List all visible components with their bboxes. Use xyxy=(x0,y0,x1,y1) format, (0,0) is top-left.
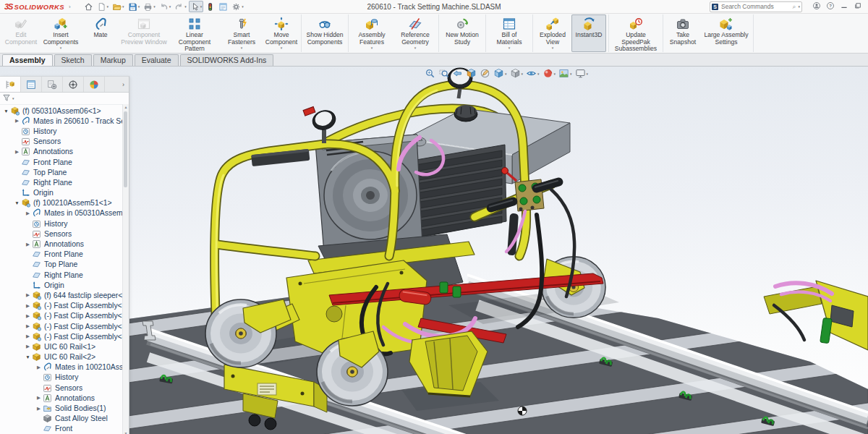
speedpak-button[interactable]: Update SpeedPak Subassemblies xyxy=(611,14,660,52)
zoom-to-fit-button[interactable] xyxy=(424,67,436,80)
tree-item[interactable]: ▶(-) Fast Clip Assembly<4> xyxy=(0,331,123,341)
tree-item[interactable]: ▶Mates in 260610 - Track Setting Ma xyxy=(0,116,123,126)
insert-components-button[interactable]: Insert Components▾ xyxy=(40,14,82,52)
tree-expander-collapsed-icon[interactable]: ▶ xyxy=(25,313,31,319)
tree-item[interactable]: ▶Annotations xyxy=(0,239,123,249)
tree-item[interactable]: Top Plane xyxy=(0,167,123,177)
tree-item[interactable]: History xyxy=(0,218,123,229)
tree-expander-collapsed-icon[interactable]: ▶ xyxy=(25,344,31,349)
tree-expander-collapsed-icon[interactable]: ▶ xyxy=(25,242,31,247)
search-commands-box[interactable]: S ⌕ ▾ xyxy=(710,1,802,12)
tree-item[interactable]: Right Plane xyxy=(0,177,123,187)
options-gear-button[interactable]: ▾ xyxy=(230,1,245,12)
tree-item[interactable]: ▶(-) Fast Clip Assembly<2> xyxy=(0,311,123,321)
tree-item[interactable]: ▼(f) 050310Assem06<1> xyxy=(0,106,123,116)
reference-geometry-button[interactable]: Reference Geometry▾ xyxy=(394,14,436,52)
instant3d-button[interactable]: Instant3D xyxy=(571,14,606,52)
dropdown-caret-icon[interactable]: ▾ xyxy=(522,72,524,76)
tree-item[interactable]: ▶Annotations xyxy=(0,147,123,157)
edit-appearance-button[interactable]: ▾ xyxy=(542,67,557,80)
search-scope-icon[interactable]: S xyxy=(712,4,718,10)
view-orientation-button[interactable]: ▾ xyxy=(493,67,508,80)
tree-scrollbar[interactable]: ▲ ▼ xyxy=(122,104,129,434)
tree-expander-collapsed-icon[interactable]: ▶ xyxy=(14,149,20,155)
help-button[interactable]: ? xyxy=(826,1,835,10)
dropdown-caret-icon[interactable]: ▾ xyxy=(60,46,62,50)
tree-expander-collapsed-icon[interactable]: ▶ xyxy=(25,292,31,298)
tree-expander-expanded-icon[interactable]: ▼ xyxy=(25,354,31,359)
restore-button[interactable] xyxy=(854,1,862,10)
motion-study-button[interactable]: New Motion Study xyxy=(441,14,483,52)
tree-item[interactable]: Front Plane xyxy=(0,250,123,260)
tree-item[interactable]: ▶Annotations xyxy=(0,393,123,403)
dropdown-caret-icon[interactable]: ▾ xyxy=(107,4,109,9)
tree-item[interactable]: History xyxy=(0,126,123,136)
panel-flyout-arrow[interactable]: › xyxy=(118,77,129,92)
filter-caret-icon[interactable]: ▾ xyxy=(12,96,14,101)
dropdown-caret-icon[interactable]: ▾ xyxy=(414,46,417,50)
tab-sketch[interactable]: Sketch xyxy=(54,54,92,66)
apply-scene-button[interactable]: ▾ xyxy=(558,67,573,80)
move-component-button[interactable]: Move Component▾ xyxy=(264,14,299,52)
dropdown-caret-icon[interactable]: ▾ xyxy=(570,72,572,76)
dropdown-caret-icon[interactable]: ▾ xyxy=(184,4,187,9)
dropdown-caret-icon[interactable]: ▾ xyxy=(153,4,156,9)
tree-expander-collapsed-icon[interactable]: ▶ xyxy=(25,210,31,216)
save-button[interactable]: ▾ xyxy=(127,1,142,12)
3d-model-canvas[interactable] xyxy=(0,67,868,434)
tree-expander-collapsed-icon[interactable]: ▶ xyxy=(14,118,20,124)
exploded-view-button[interactable]: Exploded View▾ xyxy=(535,14,570,52)
panel-tab-propertymanager[interactable] xyxy=(21,77,42,92)
menu-flyout-icon[interactable]: › xyxy=(69,4,71,10)
tree-expander-collapsed-icon[interactable]: ▶ xyxy=(25,333,31,339)
linear-pattern-button[interactable]: Linear Component Pattern▾ xyxy=(170,14,219,52)
tab-evaluate[interactable]: Evaluate xyxy=(135,54,179,66)
home-button[interactable] xyxy=(82,1,95,12)
tree-item[interactable]: ▶UIC 60 Rail<1> xyxy=(0,341,123,352)
tree-item[interactable]: ▼UIC 60 Rail<2> xyxy=(0,352,123,362)
tree-expander-collapsed-icon[interactable]: ▶ xyxy=(25,323,31,329)
assembly-features-button[interactable]: Assembly Features▾ xyxy=(351,14,393,52)
show-hidden-button[interactable]: Show Hidden Components xyxy=(304,14,346,52)
dropdown-caret-icon[interactable]: ▾ xyxy=(554,72,556,76)
tree-expander-collapsed-icon[interactable]: ▶ xyxy=(35,365,42,370)
view-settings-button[interactable]: ▾ xyxy=(574,67,590,80)
dropdown-caret-icon[interactable]: ▾ xyxy=(537,72,540,76)
tree-item[interactable]: ▶(-) Fast Clip Assembly<3> xyxy=(0,321,123,331)
tree-item[interactable]: Origin xyxy=(0,188,123,198)
tree-item[interactable]: ▶Mates in 100210Assem51 xyxy=(0,362,123,373)
tree-expander-expanded-icon[interactable]: ▼ xyxy=(14,200,20,205)
tree-item[interactable]: Front xyxy=(0,424,123,434)
search-input[interactable] xyxy=(720,2,791,11)
new-document-button[interactable]: ▾ xyxy=(95,1,111,12)
hide-show-items-button[interactable]: ▾ xyxy=(525,67,540,80)
tab-solidworks-add-ins[interactable]: SOLIDWORKS Add-Ins xyxy=(180,54,274,66)
dropdown-caret-icon[interactable]: ▾ xyxy=(138,4,140,9)
dropdown-caret-icon[interactable]: ▾ xyxy=(242,4,244,9)
tree-item[interactable]: ▶Solid Bodies(1) xyxy=(0,403,123,413)
select-cursor-button[interactable]: ▾ xyxy=(189,1,204,12)
display-style-button[interactable]: ▾ xyxy=(509,67,524,80)
tree-item[interactable]: Sensors xyxy=(0,229,123,239)
tree-item[interactable]: Sensors xyxy=(0,383,123,393)
mate-button[interactable]: Mate xyxy=(83,14,118,52)
tree-item[interactable]: Cast Alloy Steel xyxy=(0,414,123,424)
scroll-up-icon[interactable]: ▲ xyxy=(123,104,129,111)
zoom-to-area-button[interactable] xyxy=(438,67,450,80)
tab-markup[interactable]: Markup xyxy=(93,54,133,66)
undo-button[interactable]: ▾ xyxy=(158,1,173,12)
dropdown-caret-icon[interactable]: ▾ xyxy=(552,46,554,50)
minimize-button[interactable] xyxy=(840,1,848,10)
dropdown-caret-icon[interactable]: ▾ xyxy=(281,46,283,50)
take-snapshot-button[interactable]: Take Snapshot xyxy=(665,14,700,52)
tree-expander-collapsed-icon[interactable]: ▶ xyxy=(35,395,42,401)
tab-assembly[interactable]: Assembly xyxy=(2,54,53,66)
panel-tab-displaymanager[interactable] xyxy=(84,77,105,92)
tree-expander-collapsed-icon[interactable]: ▶ xyxy=(25,303,31,309)
open-button[interactable]: ▾ xyxy=(111,1,126,12)
large-assembly-button[interactable]: Large Assembly Settings xyxy=(702,14,751,52)
dropdown-caret-icon[interactable]: ▾ xyxy=(241,46,243,50)
tree-item[interactable]: Top Plane xyxy=(0,260,123,270)
bill-of-materials-button[interactable]: Bill of Materials▾ xyxy=(488,14,530,52)
smart-fasteners-button[interactable]: Smart Fasteners▾ xyxy=(221,14,263,52)
